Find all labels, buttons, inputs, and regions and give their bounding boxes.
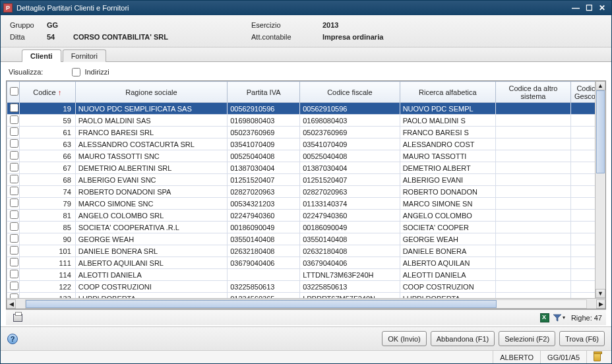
svg-marker-0 xyxy=(553,315,561,321)
table-row[interactable]: 81ANGELO COLOMBO SRL02247940360022479403… xyxy=(7,210,605,222)
table-row[interactable]: 90GEORGE WEAH0355014040803550140408GEORG… xyxy=(7,233,605,245)
cell-ragione: ANGELO COLOMBO SRL xyxy=(75,210,227,222)
cell-ricerca: MARCO SIMONE SN xyxy=(400,198,495,210)
abbandona-button[interactable]: Abbandona (F1) xyxy=(431,331,495,346)
print-button[interactable] xyxy=(11,312,24,324)
app-icon: P xyxy=(3,3,13,13)
row-checkbox[interactable] xyxy=(10,282,18,290)
row-checkbox[interactable] xyxy=(10,210,18,219)
row-checkbox[interactable] xyxy=(10,104,18,112)
attcontabile-label: Att.contabile xyxy=(251,33,322,41)
cell-codice: 59 xyxy=(19,115,75,127)
minimize-button[interactable]: — xyxy=(569,3,582,13)
col-ragione-sociale[interactable]: Ragione sociale xyxy=(75,82,227,103)
status-code: GG/01/A5 xyxy=(540,351,586,363)
table-row[interactable]: 59PAOLO MALDINI SAS016980804030169808040… xyxy=(7,115,605,127)
row-checkbox[interactable] xyxy=(10,258,18,266)
col-ricerca-alfabetica[interactable]: Ricerca alfabetica xyxy=(400,82,495,103)
indirizzi-checkbox[interactable] xyxy=(72,68,80,76)
data-grid[interactable]: Codice ↑ Ragione sociale Partita IVA Cod… xyxy=(7,81,605,298)
row-checkbox[interactable] xyxy=(10,139,18,148)
help-button[interactable]: ? xyxy=(7,334,18,344)
indirizzi-label: Indirizzi xyxy=(84,68,109,76)
row-checkbox[interactable] xyxy=(10,293,18,298)
cell-ricerca: DANIELE BONERA xyxy=(400,245,495,257)
cell-ragione: MARCO SIMONE SNC xyxy=(75,198,227,210)
select-all-checkbox[interactable] xyxy=(10,87,18,96)
col-codice-fiscale[interactable]: Codice fiscale xyxy=(300,82,400,103)
table-row[interactable]: 122COOP COSTRUZIONI032258506130322585061… xyxy=(7,281,605,293)
ok-button[interactable]: OK (Invio) xyxy=(382,331,427,346)
hscroll-thumb[interactable] xyxy=(26,300,497,308)
row-checkbox[interactable] xyxy=(10,234,18,243)
cell-ragione: MAURO TASSOTTI SNC xyxy=(75,150,227,162)
cell-codice: 85 xyxy=(19,222,75,233)
vscroll-thumb[interactable] xyxy=(596,90,605,173)
cell-ricerca: ALEOTTI DANIELA xyxy=(400,269,495,281)
vertical-scrollbar[interactable]: ▲ ▼ xyxy=(595,81,605,298)
table-row[interactable]: 111ALBERTO AQUILANI SRL03679040406036790… xyxy=(7,257,605,269)
cell-cf: 01387030404 xyxy=(300,162,400,174)
cell-ragione: GEORGE WEAH xyxy=(75,233,227,245)
cell-altro xyxy=(495,150,570,162)
table-row[interactable]: 63ALESSANDRO COSTACURTA SRL0354107040903… xyxy=(7,138,605,150)
row-checkbox[interactable] xyxy=(10,222,18,231)
table-row[interactable]: 74ROBERTO DONADONI SPA028270209630282702… xyxy=(7,186,605,198)
cell-codice: 68 xyxy=(19,174,75,186)
col-checkbox[interactable] xyxy=(7,82,20,103)
row-checkbox[interactable] xyxy=(10,175,18,183)
row-checkbox[interactable] xyxy=(10,270,18,278)
export-excel-button[interactable] xyxy=(538,312,551,324)
col-codice[interactable]: Codice ↑ xyxy=(19,82,75,103)
tab-clienti[interactable]: Clienti xyxy=(22,49,61,62)
row-checkbox[interactable] xyxy=(10,127,18,136)
table-row[interactable]: 68ALBERIGO EVANI SNC01251520407012515204… xyxy=(7,174,605,186)
row-checkbox[interactable] xyxy=(10,115,18,124)
selezioni-button[interactable]: Selezioni (F2) xyxy=(499,331,555,346)
cell-altro xyxy=(495,115,570,127)
cell-ragione: ALEOTTI DANIELA xyxy=(75,269,227,281)
cell-piva: 01251520407 xyxy=(228,174,300,186)
row-checkbox[interactable] xyxy=(10,198,18,207)
tab-fornitori[interactable]: Fornitori xyxy=(63,49,106,62)
col-codice-altro-sistema[interactable]: Codice da altro sistema xyxy=(495,82,570,103)
scroll-down-button[interactable]: ▼ xyxy=(596,289,605,298)
table-row[interactable]: 79MARCO SIMONE SNC0053432120301133140374… xyxy=(7,198,605,210)
cell-piva: 00562910596 xyxy=(228,103,300,115)
cell-cf: 03541070409 xyxy=(300,138,400,150)
filter-button[interactable]: ▾ xyxy=(553,312,566,324)
scroll-right-button[interactable]: ▶ xyxy=(596,299,605,309)
table-row[interactable]: 85SOCIETA' COOPERATIVA .R.L0018609004900… xyxy=(7,222,605,233)
close-button[interactable]: ✕ xyxy=(596,3,609,13)
table-row[interactable]: 66MAURO TASSOTTI SNC00525040408005250404… xyxy=(7,150,605,162)
cell-piva: 03541070409 xyxy=(228,138,300,150)
horizontal-scrollbar[interactable]: ◀ ▶ xyxy=(7,298,605,309)
cell-ragione: DEMETRIO ALBERTINI SRL xyxy=(75,162,227,174)
cell-ragione: ALBERIGO EVANI SNC xyxy=(75,174,227,186)
cell-altro xyxy=(495,186,570,198)
table-row[interactable]: 133LUPPI ROBERTA01234560365LPPRRT67M57F2… xyxy=(7,293,605,299)
cell-piva: 01698080403 xyxy=(228,115,300,127)
table-row[interactable]: 101DANIELE BONERA SRL0263218040802632180… xyxy=(7,245,605,257)
table-row[interactable]: 114ALEOTTI DANIELALTTDNL73M63F240HALEOTT… xyxy=(7,269,605,281)
cell-piva: 01387030404 xyxy=(228,162,300,174)
row-checkbox[interactable] xyxy=(10,246,18,255)
scroll-left-button[interactable]: ◀ xyxy=(7,299,16,309)
cell-codice: 101 xyxy=(19,245,75,257)
scroll-up-button[interactable]: ▲ xyxy=(596,81,605,90)
table-row[interactable]: 19NUOVO PDC SEMPLIFICATA SAS005629105960… xyxy=(7,103,605,115)
maximize-button[interactable]: ☐ xyxy=(582,3,596,13)
table-row[interactable]: 67DEMETRIO ALBERTINI SRL0138703040401387… xyxy=(7,162,605,174)
table-row[interactable]: 61FRANCO BARESI SRL050237609690502376096… xyxy=(7,127,605,138)
cell-piva: 03225850613 xyxy=(228,281,300,293)
col-partita-iva[interactable]: Partita IVA xyxy=(228,82,300,103)
trova-button[interactable]: Trova (F6) xyxy=(559,331,605,346)
row-checkbox[interactable] xyxy=(10,151,18,160)
gruppo-label: Gruppo xyxy=(10,21,47,29)
trash-button[interactable] xyxy=(586,351,607,363)
row-checkbox[interactable] xyxy=(10,163,18,171)
cell-ricerca: DEMETRIO ALBERT xyxy=(400,162,495,174)
cell-piva: 00534321203 xyxy=(228,198,300,210)
row-checkbox[interactable] xyxy=(10,187,18,195)
cell-cf: 00525040408 xyxy=(300,150,400,162)
